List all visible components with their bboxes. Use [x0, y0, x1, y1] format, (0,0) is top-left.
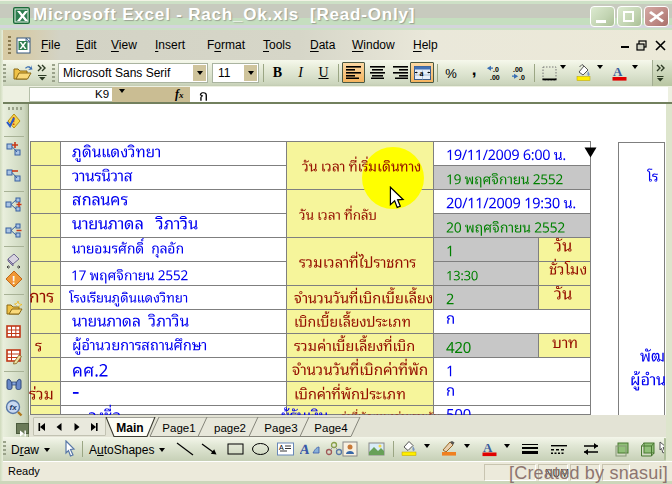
svg-text:Page1: Page1 [162, 422, 195, 434]
svg-text:Main: Main [116, 421, 143, 435]
svg-text:A: A [300, 441, 312, 457]
svg-text:Page4: Page4 [314, 422, 348, 434]
svg-text:A: A [279, 444, 284, 451]
svg-text:page2: page2 [214, 422, 246, 434]
svg-text:Page3: Page3 [264, 422, 297, 434]
